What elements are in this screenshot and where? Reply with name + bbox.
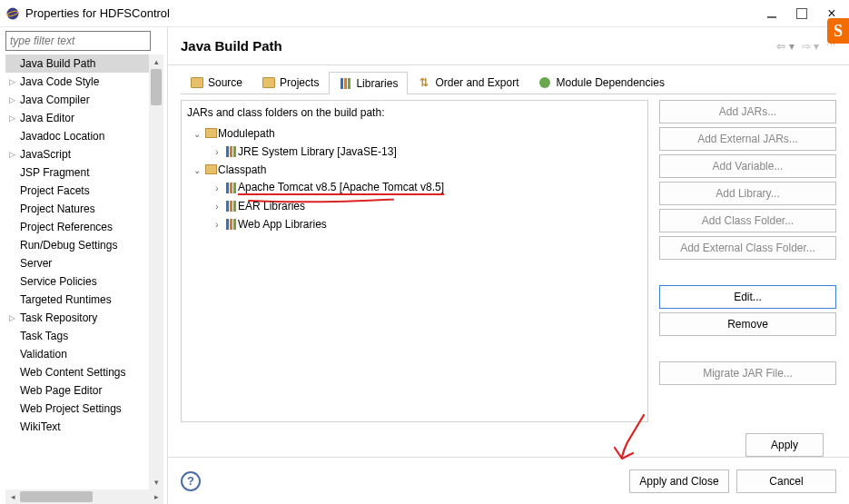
titlebar: Properties for HDFSControl × [0,0,849,27]
sidebar-item-project-natures[interactable]: Project Natures [5,200,163,218]
expand-arrow-icon: ▷ [9,150,20,159]
add-external-jars-button: Add External JARs... [659,127,836,151]
help-icon[interactable]: ? [181,471,201,491]
sidebar-hscrollbar[interactable]: ◂ ▸ [5,489,163,504]
sidebar-item-web-page-editor[interactable]: Web Page Editor [5,381,163,400]
tab-label: Source [208,76,242,89]
tab-module-dependencies[interactable]: Module Dependencies [528,71,674,94]
tab-bar: SourceProjectsLibraries⇅Order and Export… [181,71,836,94]
tab-label: Projects [280,76,319,89]
remove-button[interactable]: Remove [659,312,836,336]
page-header: Java Build Path ⇦ ▾ ⇨ ▾ ⋮ [168,27,849,65]
sidebar-item-run-debug-settings[interactable]: Run/Debug Settings [5,236,163,254]
filter-input[interactable] [5,31,151,51]
add-class-folder-button: Add Class Folder... [659,209,836,232]
lib-node-jre-system-library-javase-13-[interactable]: ›JRE System Library [JavaSE-13] [185,143,644,161]
tree-twisty-icon[interactable]: › [211,202,223,212]
sidebar-item-jsp-fragment[interactable]: JSP Fragment [5,163,163,182]
sidebar-item-task-repository[interactable]: ▷Task Repository [5,309,163,327]
add-library-button: Add Library... [659,182,836,205]
tab-source[interactable]: Source [181,71,252,94]
expand-arrow-icon: ▷ [9,77,20,86]
scroll-up-icon[interactable]: ▴ [149,54,163,69]
sidebar-item-label: JavaScript [20,148,71,161]
edit-button[interactable]: Edit... [659,285,836,309]
button-column: Add JARs... Add External JARs... Add Var… [659,100,836,422]
lib-node-apache-tomcat-v8-5-apache-tomc[interactable]: ›Apache Tomcat v8.5 [Apache Tomcat v8.5] [185,179,644,197]
sidebar-item-java-code-style[interactable]: ▷Java Code Style [5,73,163,91]
sidebar-item-web-content-settings[interactable]: Web Content Settings [5,363,163,381]
proj-icon [262,76,275,89]
library-icon [223,146,238,157]
sidebar-item-label: Validation [20,348,67,361]
migrate-jar-button: Migrate JAR File... [659,361,836,385]
sidebar-item-label: Java Code Style [20,75,99,88]
sidebar-item-wikitext[interactable]: WikiText [5,418,163,436]
sidebar-item-targeted-runtimes[interactable]: Targeted Runtimes [5,291,163,309]
scroll-right-icon[interactable]: ▸ [149,489,163,504]
lib-icon [339,77,351,90]
sidebar-item-label: Service Policies [20,275,97,288]
apply-button[interactable]: Apply [745,433,824,457]
nav-back-button[interactable]: ⇦ ▾ [776,40,794,53]
sidebar-item-java-editor[interactable]: ▷Java Editor [5,109,163,127]
cancel-button[interactable]: Cancel [736,469,836,493]
sidebar-item-task-tags[interactable]: Task Tags [5,327,163,345]
library-icon [223,201,238,212]
eclipse-icon [5,6,20,21]
scroll-left-icon[interactable]: ◂ [5,489,20,504]
sidebar-item-project-references[interactable]: Project References [5,218,163,236]
library-icon [223,219,238,230]
window-title: Properties for HDFSControl [25,6,170,20]
lib-node-label: Web App Libraries [238,218,327,231]
sidebar-item-label: Project Facets [20,184,90,197]
tab-label: Libraries [356,77,398,90]
sidebar-item-project-facets[interactable]: Project Facets [5,182,163,200]
sidebar-item-service-policies[interactable]: Service Policies [5,272,163,291]
dialog-footer: ? Apply and Close Cancel [168,457,849,504]
package-icon [203,128,218,139]
lib-node-ear-libraries[interactable]: ›EAR Libraries [185,197,644,215]
add-external-class-folder-button: Add External Class Folder... [659,236,836,260]
sidebar-item-label: Web Content Settings [20,366,126,379]
maximize-button[interactable] [793,8,807,19]
apply-and-close-button[interactable]: Apply and Close [629,469,729,493]
lib-node-label: Modulepath [218,127,275,140]
sidebar-item-javascript[interactable]: ▷JavaScript [5,145,163,163]
sidebar-item-label: Project Natures [20,203,95,215]
tab-libraries[interactable]: Libraries [329,72,408,94]
ord-icon: ⇅ [418,76,430,89]
sidebar-item-label: Server [20,257,52,270]
sidebar-item-label: Targeted Runtimes [20,293,112,306]
sidebar-item-server[interactable]: Server [5,254,163,272]
lib-node-label: Classpath [218,163,266,176]
tab-order-and-export[interactable]: ⇅Order and Export [408,71,528,94]
sidebar-item-label: Project References [20,221,113,233]
tree-twisty-icon[interactable]: › [211,147,223,157]
library-icon [223,183,238,193]
add-jars-button: Add JARs... [659,100,836,124]
sidebar-item-web-project-settings[interactable]: Web Project Settings [5,400,163,418]
sidebar-item-label: Web Project Settings [20,402,122,415]
lib-node-web-app-libraries[interactable]: ›Web App Libraries [185,215,644,233]
lib-node-classpath[interactable]: ⌄Classpath [185,161,644,179]
tab-projects[interactable]: Projects [252,71,329,94]
sidebar-item-label: WikiText [20,420,61,433]
lib-node-label: EAR Libraries [238,200,305,212]
sidebar-item-java-compiler[interactable]: ▷Java Compiler [5,91,163,109]
expand-arrow-icon: ▷ [9,313,20,322]
sidebar-item-java-build-path[interactable]: Java Build Path [5,54,163,73]
sidebar-item-javadoc-location[interactable]: Javadoc Location [5,127,163,145]
expand-arrow-icon: ▷ [9,114,20,123]
minimize-button[interactable] [760,5,784,23]
tree-twisty-icon[interactable]: ⌄ [191,129,203,139]
scroll-down-icon[interactable]: ▾ [149,475,163,489]
lib-node-modulepath[interactable]: ⌄Modulepath [185,124,644,143]
tree-twisty-icon[interactable]: ⌄ [191,165,203,175]
category-sidebar: Java Build Path▷Java Code Style▷Java Com… [0,27,168,504]
tree-twisty-icon[interactable]: › [211,183,223,193]
sidebar-item-label: JSP Fragment [20,166,89,179]
sidebar-vscrollbar[interactable]: ▴ ▾ [149,54,163,489]
tree-twisty-icon[interactable]: › [211,220,223,230]
sidebar-item-validation[interactable]: Validation [5,345,163,363]
